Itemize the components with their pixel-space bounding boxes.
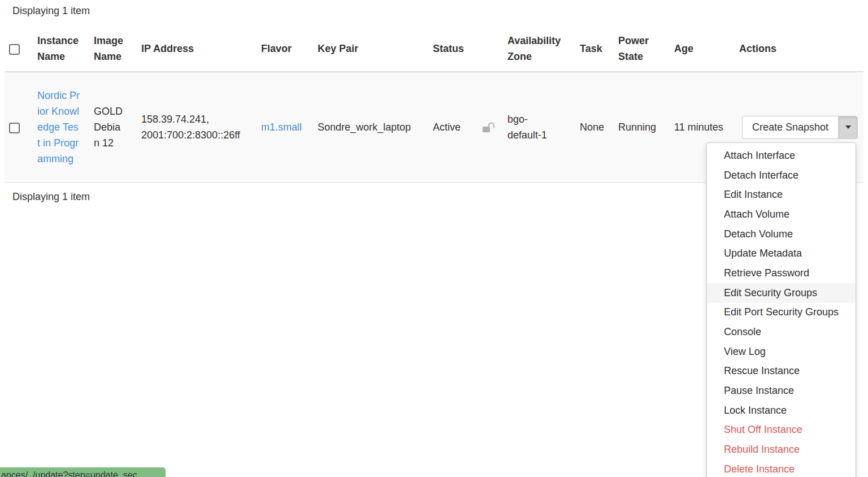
key-pair: Sondre_work_laptop [313, 72, 428, 183]
menu-item-attach-interface[interactable]: Attach Interface [707, 146, 856, 166]
instance-actions-menu: Attach InterfaceDetach InterfaceEdit Ins… [706, 142, 856, 477]
flavor-link[interactable]: m1.small [261, 122, 302, 133]
col-header-availability-zone[interactable]: Availability Zone [503, 26, 575, 72]
col-header-ip-address[interactable]: IP Address [137, 26, 257, 72]
status-value: Active [428, 72, 474, 183]
actions-dropdown-toggle[interactable] [838, 116, 858, 139]
item-count-top: Displaying 1 item [12, 5, 868, 17]
col-header-image-name[interactable]: Image Name [89, 26, 137, 72]
col-header-status[interactable]: Status [428, 26, 474, 72]
image-name-cell: GOLD Debian 12 [89, 72, 137, 183]
col-header-actions: Actions [735, 26, 863, 72]
col-header-flavor[interactable]: Flavor [257, 26, 313, 72]
instance-name-link[interactable]: Nordic Prior Knowledge Test in Programmi… [37, 88, 80, 167]
col-header-age[interactable]: Age [670, 26, 735, 72]
col-header-instance-name[interactable]: Instance Name [33, 26, 89, 72]
menu-item-detach-interface[interactable]: Detach Interface [707, 166, 856, 185]
header-row: Instance Name Image Name IP Address Flav… [5, 26, 863, 72]
menu-item-lock-instance[interactable]: Lock Instance [707, 401, 856, 420]
lock-state-cell [474, 72, 503, 183]
menu-item-pause-instance[interactable]: Pause Instance [707, 381, 856, 401]
image-name: GOLD Debian 12 [94, 103, 125, 151]
instance-name-cell: Nordic Prior Knowledge Test in Programmi… [33, 72, 89, 183]
menu-item-view-log[interactable]: View Log [707, 342, 856, 362]
menu-item-delete-instance[interactable]: Delete Instance [707, 459, 856, 477]
actions-button-group: Create Snapshot [742, 116, 859, 139]
select-all-checkbox[interactable] [9, 44, 20, 55]
flavor-cell: m1.small [257, 72, 313, 183]
menu-item-shut-off-instance[interactable]: Shut Off Instance [707, 420, 856, 440]
menu-item-attach-volume[interactable]: Attach Volume [707, 205, 856, 224]
create-snapshot-button[interactable]: Create Snapshot [742, 116, 839, 139]
availability-zone: bgo-default-1 [507, 111, 549, 143]
menu-item-retrieve-password[interactable]: Retrieve Password [707, 263, 856, 283]
availability-zone-cell: bgo-default-1 [503, 72, 575, 183]
ip-address: 158.39.74.241, 2001:700:2:8300::26ff [137, 72, 257, 183]
menu-item-console[interactable]: Console [707, 322, 856, 342]
task-value: None [575, 72, 614, 183]
col-header-lock [474, 26, 503, 72]
menu-item-update-metadata[interactable]: Update Metadata [707, 244, 856, 263]
menu-item-edit-port-security-groups[interactable]: Edit Port Security Groups [707, 303, 856, 323]
menu-item-rescue-instance[interactable]: Rescue Instance [707, 362, 856, 381]
header-select-all-cell [5, 26, 33, 72]
link-target-status-bubble: ances/_/update?step=update_sec [0, 467, 166, 477]
unlock-icon [482, 122, 495, 133]
instances-table-header: Instance Name Image Name IP Address Flav… [5, 26, 863, 72]
menu-item-edit-instance[interactable]: Edit Instance [707, 185, 856, 205]
row-checkbox[interactable] [9, 123, 20, 133]
col-header-task[interactable]: Task [575, 26, 614, 72]
row-select-cell [5, 72, 33, 183]
col-header-key-pair[interactable]: Key Pair [313, 26, 428, 72]
caret-down-icon [845, 125, 851, 129]
power-state-value: Running [614, 72, 670, 183]
col-header-power-state[interactable]: Power State [614, 26, 670, 72]
menu-item-rebuild-instance[interactable]: Rebuild Instance [707, 440, 856, 459]
menu-item-detach-volume[interactable]: Detach Volume [707, 224, 856, 244]
menu-item-edit-security-groups[interactable]: Edit Security Groups [707, 283, 856, 303]
